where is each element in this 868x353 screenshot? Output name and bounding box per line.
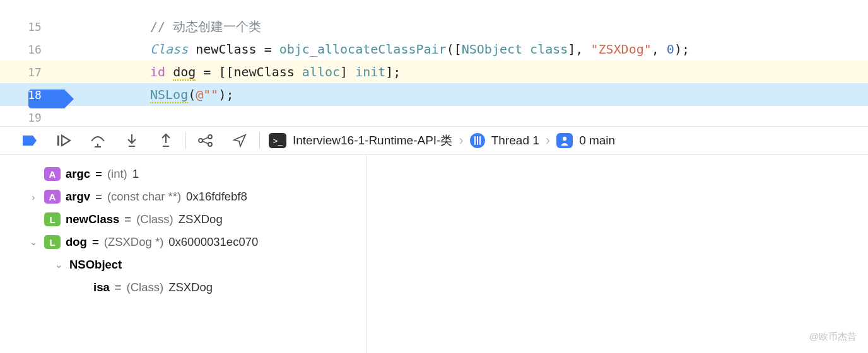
- svg-rect-0: [57, 136, 59, 146]
- line-number: 15: [28, 20, 42, 33]
- step-out-button[interactable]: [149, 128, 183, 153]
- variable-type: (const char **): [107, 190, 181, 204]
- gutter[interactable]: 15: [0, 20, 69, 33]
- equals-sign: =: [95, 190, 102, 204]
- toolbar-divider: [185, 132, 186, 149]
- variable-value: ZSXDog: [168, 281, 213, 294]
- debug-panels: Aargc = (int) 1›Aargv = (const char **) …: [0, 155, 868, 353]
- code-line[interactable]: 15// 动态创建一个类: [0, 15, 868, 38]
- code-line[interactable]: 18NSLog(@"");: [0, 83, 868, 106]
- graph-icon: [197, 134, 214, 148]
- variable-row[interactable]: Aargc = (int) 1: [0, 163, 366, 185]
- variable-value: ZSXDog: [179, 212, 223, 226]
- gutter[interactable]: 19: [0, 111, 69, 124]
- variable-kind-badge: A: [44, 190, 61, 204]
- variable-name: newClass: [66, 212, 119, 226]
- variable-value: 0x6000031ec070: [168, 235, 258, 249]
- variable-type: (Class): [136, 212, 173, 226]
- variables-panel[interactable]: Aargc = (int) 1›Aargv = (const char **) …: [0, 155, 367, 353]
- step-into-icon: [125, 133, 139, 148]
- code-content[interactable]: id dog = [[newClass alloc] init];: [69, 64, 401, 79]
- step-over-button[interactable]: [81, 128, 115, 153]
- gutter[interactable]: 16: [0, 43, 69, 56]
- location-button[interactable]: [223, 128, 257, 153]
- code-content[interactable]: Class newClass = objc_allocateClassPair(…: [69, 42, 689, 57]
- variable-value: 0x16fdfebf8: [186, 190, 247, 204]
- code-line[interactable]: 16Class newClass = objc_allocateClassPai…: [0, 38, 868, 61]
- variable-type: (ZSXDog *): [104, 235, 164, 249]
- equals-sign: =: [95, 167, 102, 181]
- chevron-right-icon: ›: [546, 132, 550, 149]
- debug-breadcrumb: >_ Interview16-1-Runtime-API-类 › Thread …: [262, 132, 615, 149]
- variable-name: dog: [66, 235, 87, 249]
- breakpoint-icon: [21, 134, 38, 147]
- console-panel[interactable]: [367, 155, 868, 353]
- svg-point-8: [563, 137, 566, 141]
- variable-name: isa: [93, 281, 110, 294]
- code-line[interactable]: 17id dog = [[newClass alloc] init];: [0, 61, 868, 83]
- watermark: @欧币杰昔: [809, 331, 857, 343]
- variable-row[interactable]: ›Aargv = (const char **) 0x16fdfebf8: [0, 185, 366, 208]
- svg-rect-3: [129, 146, 135, 147]
- variable-value: 1: [132, 167, 139, 181]
- gutter[interactable]: 18: [0, 88, 69, 101]
- variable-row[interactable]: LnewClass = (Class) ZSXDog: [0, 208, 366, 231]
- terminal-icon: >_: [269, 133, 286, 148]
- variable-name: NSObject: [69, 258, 122, 272]
- step-over-icon: [90, 134, 106, 148]
- equals-sign: =: [124, 212, 131, 226]
- person-icon: [556, 133, 573, 148]
- equals-sign: =: [92, 235, 99, 249]
- svg-rect-4: [163, 146, 169, 147]
- thread-icon: [470, 133, 485, 148]
- continue-button[interactable]: [47, 128, 81, 153]
- line-number: 17: [28, 66, 42, 79]
- variable-row[interactable]: ⌄Ldog = (ZSXDog *) 0x6000031ec070: [0, 231, 366, 253]
- variable-row[interactable]: isa = (Class) ZSXDog: [0, 276, 366, 299]
- variable-row[interactable]: ⌄NSObject: [0, 253, 366, 276]
- step-into-button[interactable]: [115, 128, 149, 153]
- breakpoints-toggle-button[interactable]: [13, 128, 47, 153]
- variable-kind-badge: A: [44, 167, 61, 181]
- line-number: 19: [28, 111, 42, 124]
- variable-name: argc: [66, 167, 90, 181]
- debug-graph-button[interactable]: [189, 128, 223, 153]
- variable-kind-badge: L: [44, 235, 61, 249]
- debug-toolbar: >_ Interview16-1-Runtime-API-类 › Thread …: [0, 126, 868, 155]
- svg-point-5: [199, 139, 202, 142]
- variable-type: (Class): [127, 281, 164, 294]
- svg-point-7: [208, 142, 212, 146]
- svg-rect-2: [95, 146, 101, 148]
- code-content[interactable]: // 动态创建一个类: [69, 18, 261, 35]
- equals-sign: =: [115, 281, 122, 294]
- chevron-down-icon[interactable]: ⌄: [53, 259, 64, 270]
- location-icon: [233, 134, 247, 148]
- chevron-right-icon: ›: [459, 132, 463, 149]
- toolbar-divider: [259, 132, 260, 149]
- breadcrumb-thread[interactable]: Thread 1: [491, 134, 539, 148]
- gutter[interactable]: 17: [0, 66, 69, 79]
- breadcrumb-frame[interactable]: 0 main: [579, 134, 615, 148]
- svg-point-6: [208, 135, 212, 139]
- line-number: 18: [28, 88, 42, 101]
- code-content[interactable]: NSLog(@"");: [69, 87, 233, 102]
- breadcrumb-target[interactable]: Interview16-1-Runtime-API-类: [293, 132, 452, 149]
- chevron-right-icon[interactable]: ›: [28, 192, 39, 202]
- line-number: 16: [28, 43, 42, 56]
- step-out-icon: [159, 133, 173, 148]
- chevron-down-icon[interactable]: ⌄: [28, 236, 39, 248]
- variable-name: argv: [66, 190, 90, 204]
- variable-type: (int): [107, 167, 127, 181]
- code-editor[interactable]: 15// 动态创建一个类16Class newClass = objc_allo…: [0, 0, 868, 126]
- variable-kind-badge: L: [44, 212, 61, 226]
- continue-icon: [56, 134, 71, 147]
- code-line[interactable]: 19: [0, 106, 868, 126]
